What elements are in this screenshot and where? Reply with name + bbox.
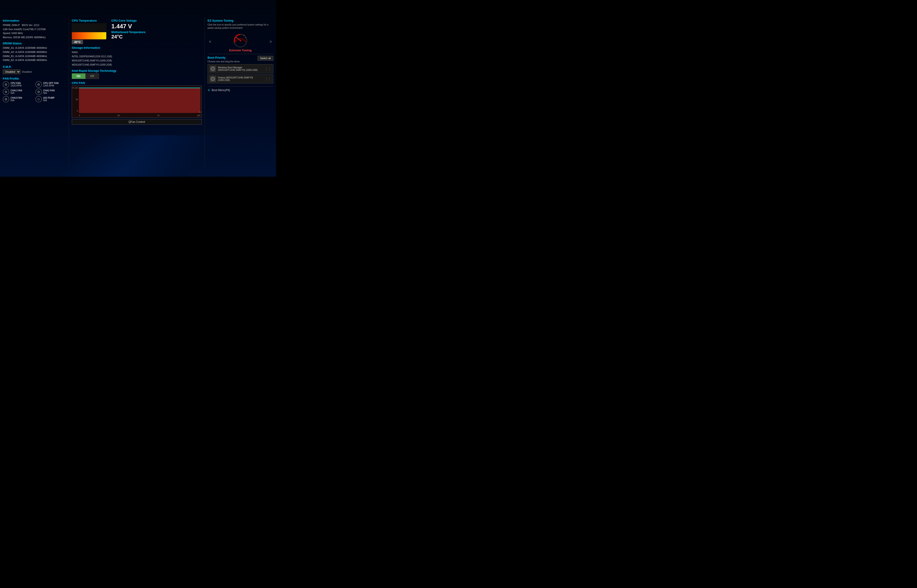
irst-off-button[interactable]: Off [86,73,99,79]
storage-device-0: INTEL SSDPEKNW512G8 (512.1GB) [72,55,202,59]
cpu-volt-value: 1.447 V [111,23,202,29]
cpu-temp-title: CPU Temperature [72,19,108,22]
info-cpu: 13th Gen Intel(R) Core(TM) i7-13700K [3,27,66,32]
temp-bar-mask [72,23,106,32]
fan-cha1-name: CHA1 FAN [11,89,22,92]
boot-disk-icon-1 [210,76,216,82]
boot-menu-section[interactable]: ✳ Boot Menu(F8) [208,88,273,92]
information-title: Information [3,19,66,22]
fan-cpu-opt-icon: ✿ [36,81,42,88]
fan-cha2-name: CHA2 FAN [43,89,55,92]
cpu-fan-section: CPU FAN % 100 50 0 °C 0 50 70 10 [72,81,202,125]
dram-slot-0: DIMM_A1: A-DATA 16384MB 4800MHz [3,46,66,50]
mb-temp-value: 24°C [111,34,202,40]
chart-temp-label: °C [199,111,201,113]
fan-aio-name: AIO PUMP [43,97,55,99]
boot-menu-label: Boot Menu(F8) [211,89,230,92]
storage-title: Storage Information [72,46,202,50]
intel-rst-section: Intel Rapid Storage Technology On Off [72,69,202,79]
storage-section: Storage Information RAID: INTEL SSDPEKNW… [72,46,202,67]
boot-priority-desc: Choose one and drag the items. [208,60,240,63]
cpu-temp-section: CPU Temperature 40°C [72,19,108,44]
xmp-label: Disabled [22,70,32,73]
fan-cha3-name: CHA3 FAN [11,97,22,99]
carousel-prev-button[interactable]: < [208,39,213,44]
boot-item-1-handle: ⋮⋮ [265,77,271,81]
boot-item-0[interactable]: Windows Boot Manager (WDS100T1XHE-00AFY0… [208,64,273,73]
xmp-section: X.M.P. Disabled XMP I XMP II Disabled [3,65,66,74]
fan-grid: ✿ CPU FAN 1433 RPM ✿ CPU OPT FAN 1345 RP… [3,81,66,102]
cpu-fan-chart: % 100 50 0 °C 0 50 70 100 [72,86,202,118]
dram-slot-1: DIMM_A2: A-DATA 16384MB 4800MHz [3,50,66,54]
xmp-dropdown[interactable]: Disabled XMP I XMP II [3,69,21,74]
carousel-center: Extreme Tuning [229,32,252,52]
info-board: PRIME Z690-P BIOS Ver. 2212 [3,23,66,27]
chart-fill-area [79,88,200,113]
dram-title: DRAM Status [3,42,66,45]
fan-cha3-icon: ✿ [3,96,9,102]
tuning-mode-label: Extreme Tuning [229,48,252,52]
fan-item-cpu-opt[interactable]: ✿ CPU OPT FAN 1345 RPM [36,81,66,88]
boot-item-1[interactable]: Fedora (WDS100T1XHE-00AFY0) (1000.2GB) ⋮… [208,74,273,84]
fan-cpu-name: CPU FAN [11,82,21,84]
fan-aio-icon: ⊙ [36,96,42,102]
intel-rst-title: Intel Rapid Storage Technology [72,69,202,73]
fan-item-cha2[interactable]: ✿ CHA2 FAN N/A [36,89,66,95]
fan-item-aio[interactable]: ⊙ AIO PUMP N/A [36,96,66,102]
mb-temp-title: Motherboard Temperature [111,31,202,34]
boot-item-0-name: Windows Boot Manager [218,66,263,69]
ez-system-section: EZ System Tuning Click the icon to speci… [208,19,273,54]
boot-item-1-detail: (1000.2GB) [218,79,263,81]
middle-panel: CPU Temperature 40°C CPU Core Voltage 1.… [69,17,205,166]
fan-cpu-icon: ✿ [3,81,9,88]
fan-cha1-icon: ✿ [3,89,9,95]
right-panel: EZ System Tuning Click the icon to speci… [205,17,276,166]
fan-cha2-icon: ✿ [36,89,42,95]
left-panel: Information PRIME Z690-P BIOS Ver. 2212 … [0,17,69,166]
cpu-temp-gauge [72,23,106,39]
carousel-next-button[interactable]: > [268,39,273,44]
fan-cpu-opt-rpm: 1345 RPM [43,84,59,87]
cpu-fan-title: CPU FAN [72,81,202,85]
boot-priority-title: Boot Priority [208,56,240,59]
cpu-volt-title: CPU Core Voltage [111,19,202,22]
fan-profile-title: FAN Profile [3,77,66,80]
irst-toggle-group: On Off [72,73,202,79]
chart-y-axis: 100 50 0 [72,86,78,113]
boot-priority-header: Boot Priority Choose one and drag the it… [208,56,273,63]
xmp-controls: Disabled XMP I XMP II Disabled [3,69,66,74]
boot-menu-icon: ✳ [208,88,210,92]
dram-section: DRAM Status DIMM_A1: A-DATA 16384MB 4800… [3,42,66,62]
fan-item-cha3[interactable]: ✿ CHA3 FAN N/A [3,96,34,102]
qfan-control-button[interactable]: QFan Control [72,119,202,125]
info-speed: Speed: 5400 MHz [3,31,66,36]
fan-item-cpu[interactable]: ✿ CPU FAN 1433 RPM [3,81,34,88]
fan-cha1-rpm: N/A [11,92,22,94]
dram-slot-2: DIMM_B1: A-DATA 16384MB 4800MHz [3,54,66,58]
switch-all-button[interactable]: Switch all [258,56,273,60]
boot-priority-section: Boot Priority Choose one and drag the it… [208,56,273,87]
middle-top-row: CPU Temperature 40°C CPU Core Voltage 1.… [72,19,202,44]
speedometer-icon [232,32,249,48]
svg-point-2 [240,40,241,41]
main-container: /SUS UEFI BIOS Utility – EZ Mode 03/15/2… [0,0,276,177]
fan-cha2-rpm: N/A [43,92,55,94]
ez-system-desc: Click the icon to specify your preferred… [208,23,273,30]
ez-system-title: EZ System Tuning [208,19,273,22]
info-memory: Memory: 65536 MB (DDR5 4800MHz) [3,36,66,40]
dram-slot-3: DIMM_B2: A-DATA 16384MB 4800MHz [3,58,66,62]
irst-on-button[interactable]: On [72,73,86,79]
svg-point-9 [212,78,213,79]
boot-item-0-handle: ⋮⋮ [265,67,271,71]
fan-aio-rpm: N/A [43,99,55,102]
xmp-title: X.M.P. [3,65,66,69]
boot-item-0-detail: (WDS100T1XHE-00AFY0) (1000.2GB) [218,69,263,71]
storage-raid: RAID: [72,50,202,55]
content-area: Information PRIME Z690-P BIOS Ver. 2212 … [0,17,276,166]
cpu-temp-value: 40°C [72,40,83,44]
fan-cpu-rpm: 1433 RPM [11,84,21,87]
fan-item-cha1[interactable]: ✿ CHA1 FAN N/A [3,89,34,95]
fan-cha3-rpm: N/A [11,99,22,102]
voltage-mb-area: CPU Core Voltage 1.447 V Motherboard Tem… [111,19,202,44]
fan-profile-section: FAN Profile ✿ CPU FAN 1433 RPM ✿ CPU OPT… [3,77,66,102]
